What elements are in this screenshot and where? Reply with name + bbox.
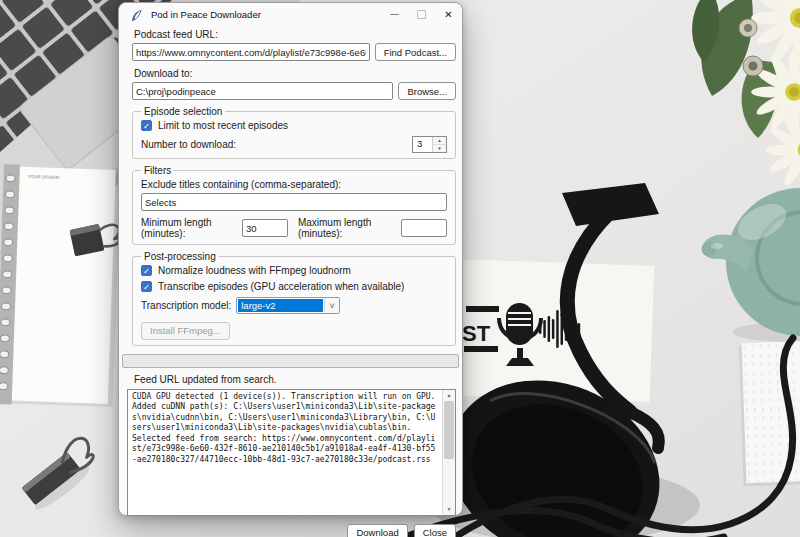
episode-selection-group: Episode selection ✓ Limit to most recent… bbox=[132, 111, 456, 159]
post-processing-title: Post-processing bbox=[141, 251, 219, 262]
scroll-down-icon[interactable]: ▼ bbox=[443, 504, 455, 515]
scrollbar-thumb[interactable] bbox=[444, 401, 454, 459]
max-length-label: Maximum length (minutes): bbox=[298, 217, 396, 239]
min-length-input[interactable] bbox=[242, 219, 288, 237]
filters-title: Filters bbox=[141, 165, 174, 176]
download-to-label: Download to: bbox=[134, 68, 456, 79]
transcription-model-select[interactable]: large-v2 ˅ bbox=[236, 297, 340, 314]
filters-group: Filters Exclude titles containing (comma… bbox=[132, 170, 456, 245]
chevron-down-icon: ˅ bbox=[324, 298, 339, 313]
number-to-download-label: Number to download: bbox=[141, 139, 236, 150]
log-output[interactable]: CUDA GPU detected (1 device(s)). Transcr… bbox=[127, 389, 456, 516]
close-action-button[interactable]: Close bbox=[414, 524, 456, 537]
dialog-buttons: Download Close bbox=[132, 524, 456, 537]
download-path-input[interactable] bbox=[132, 82, 393, 100]
browse-button[interactable]: Browse... bbox=[398, 82, 456, 100]
feed-url-input[interactable] bbox=[132, 43, 370, 61]
podcast-logo-text: ST bbox=[462, 321, 491, 346]
min-length-label: Minimum length (minutes): bbox=[141, 217, 237, 239]
transcription-model-label: Transcription model: bbox=[141, 300, 231, 311]
exclude-titles-input[interactable] bbox=[141, 193, 447, 211]
limit-recent-checkbox[interactable]: ✓ Limit to most recent episodes bbox=[141, 120, 447, 131]
close-button[interactable]: ✕ bbox=[435, 3, 462, 25]
app-feather-icon bbox=[130, 8, 143, 21]
transcribe-episodes-checkbox[interactable]: ✓ Transcribe episodes (GPU acceleration … bbox=[141, 281, 447, 292]
find-podcast-button[interactable]: Find Podcast... bbox=[375, 43, 456, 61]
download-button[interactable]: Download bbox=[347, 524, 407, 537]
maximize-icon bbox=[417, 10, 426, 19]
notebook: YOUR DESIGN bbox=[0, 164, 121, 408]
status-text: Feed URL updated from search. bbox=[134, 374, 456, 385]
selected-model-value: large-v2 bbox=[238, 299, 323, 312]
scroll-up-icon[interactable]: ▲ bbox=[443, 390, 455, 401]
feed-url-label: Podcast feed URL: bbox=[134, 29, 456, 40]
window-content: Podcast feed URL: Find Podcast... Downlo… bbox=[119, 25, 462, 537]
episode-selection-title: Episode selection bbox=[141, 106, 225, 117]
window-title: Pod in Peace Downloader bbox=[151, 9, 261, 20]
checkbox-checked-icon: ✓ bbox=[141, 281, 152, 292]
max-length-input[interactable] bbox=[401, 219, 447, 237]
window-controls: — ✕ bbox=[381, 3, 462, 25]
install-ffmpeg-button: Install FFmpeg... bbox=[141, 322, 230, 340]
checkbox-checked-icon: ✓ bbox=[141, 265, 152, 276]
spin-down-icon[interactable]: ▼ bbox=[433, 145, 446, 152]
normalize-loudness-checkbox[interactable]: ✓ Normalize loudness with FFmpeg loudnor… bbox=[141, 265, 447, 276]
minimize-button[interactable]: — bbox=[381, 3, 408, 25]
log-text: CUDA GPU detected (1 device(s)). Transcr… bbox=[128, 390, 442, 515]
checkbox-checked-icon: ✓ bbox=[141, 120, 152, 131]
app-window: Pod in Peace Downloader — ✕ Podcast feed… bbox=[118, 2, 463, 516]
number-to-download-spinner[interactable]: 3 ▲ ▼ bbox=[412, 136, 447, 153]
post-processing-group: Post-processing ✓ Normalize loudness wit… bbox=[132, 256, 456, 346]
spin-up-icon[interactable]: ▲ bbox=[433, 137, 446, 145]
exclude-titles-label: Exclude titles containing (comma-separat… bbox=[141, 179, 447, 190]
log-scrollbar[interactable]: ▲ ▼ bbox=[442, 390, 455, 515]
titlebar[interactable]: Pod in Peace Downloader — ✕ bbox=[119, 3, 462, 25]
maximize-button bbox=[408, 3, 435, 25]
progress-bar bbox=[122, 354, 459, 368]
